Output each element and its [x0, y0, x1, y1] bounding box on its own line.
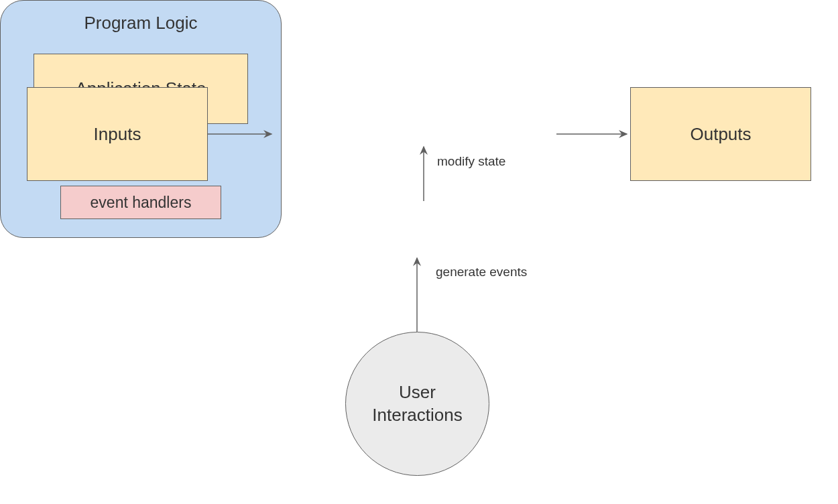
diagram-canvas: Inputs Program Logic Application State e… — [0, 0, 838, 504]
user-interactions-circle: User Interactions — [345, 332, 489, 476]
inputs-box: Inputs — [27, 87, 208, 181]
event-handlers-box: event handlers — [60, 186, 221, 219]
inputs-label: Inputs — [94, 124, 141, 145]
outputs-box: Outputs — [630, 87, 811, 181]
outputs-label: Outputs — [690, 124, 751, 145]
modify-state-label: modify state — [437, 154, 505, 169]
program-logic-title: Program Logic — [84, 13, 197, 34]
generate-events-label: generate events — [436, 265, 527, 279]
user-interactions-line2: Interactions — [372, 404, 462, 427]
event-handlers-label: event handlers — [91, 194, 192, 212]
user-interactions-line1: User — [399, 381, 436, 404]
